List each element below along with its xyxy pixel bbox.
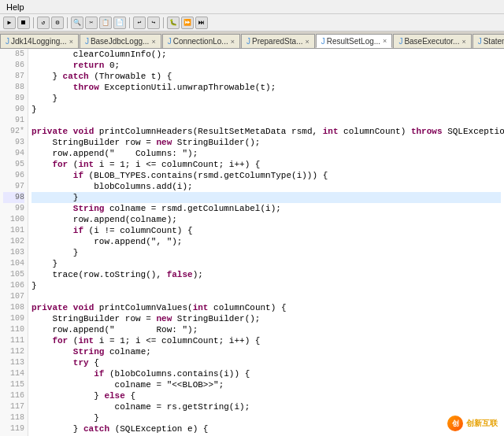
tab-resultsetlog[interactable]: J ResultSetLog... ×: [316, 34, 393, 48]
toolbar-btn-1[interactable]: ▶: [3, 17, 16, 29]
line-num-107: 107: [3, 291, 24, 302]
toolbar-btn-4[interactable]: ⚙: [51, 17, 64, 29]
line-num-96: 96: [3, 170, 24, 181]
toolbar-btn-9[interactable]: ↩: [133, 17, 146, 29]
code-line-110: row.append(" Row: ");: [32, 324, 501, 335]
code-line-90: }: [32, 104, 501, 115]
line-num-88: 88: [3, 82, 24, 93]
line-num-109: 109: [3, 313, 24, 324]
line-num-87: 87: [3, 71, 24, 82]
line-num-90: 90: [3, 104, 24, 115]
code-line-104: }: [32, 258, 501, 269]
code-line-114: if (blobColumns.contains(i)) {: [32, 368, 501, 379]
line-num-118: 118: [3, 412, 24, 423]
line-num-115: 115: [3, 379, 24, 390]
line-num-100: 100: [3, 214, 24, 225]
line-num-97: 97: [3, 181, 24, 192]
line-num-113: 113: [3, 357, 24, 368]
code-line-95: for (int i = 1; i <= columnCount; i++) {: [32, 159, 501, 170]
toolbar-btn-8[interactable]: 📄: [113, 17, 126, 29]
watermark-logo: 创: [447, 416, 463, 431]
watermark: 创 创新互联: [447, 416, 498, 431]
toolbar-btn-3[interactable]: ↺: [37, 17, 50, 29]
code-line-91: [32, 115, 501, 126]
code-line-107: [32, 291, 501, 302]
tabs-bar: J Jdk14Logging... × J BaseJdbcLogg... × …: [0, 31, 504, 49]
line-num-117: 117: [3, 401, 24, 412]
line-num-103: 103: [3, 247, 24, 258]
code-line-117: colname = rs.getString(i);: [32, 401, 501, 412]
code-line-97: blobColumns.add(i);: [32, 181, 501, 192]
code-line-87: } catch (Throwable t) {: [32, 71, 501, 82]
tab-icon-resultset: J: [321, 37, 325, 46]
line-num-98: 98: [3, 192, 24, 203]
line-num-110: 110: [3, 324, 24, 335]
code-line-94: row.append(" Columns: ");: [32, 148, 501, 159]
code-line-103: }: [32, 247, 501, 258]
code-line-111: for (int i = 1; i <= columnCount; i++) {: [32, 335, 501, 346]
code-line-100: row.append(colname);: [32, 214, 501, 225]
code-line-115: colname = "<<BLOB>>";: [32, 379, 501, 390]
watermark-text: 创新互联: [466, 418, 498, 429]
tab-preparedsta[interactable]: J PreparedSta... ×: [241, 34, 315, 48]
toolbar-btn-5[interactable]: 🔍: [71, 17, 83, 29]
code-line-116: } else {: [32, 390, 501, 401]
code-line-106: }: [32, 280, 501, 291]
code-line-112: String colname;: [32, 346, 501, 357]
toolbar-btn-10[interactable]: ↪: [147, 17, 160, 29]
line-num-105: 105: [3, 269, 24, 280]
line-num-94: 94: [3, 148, 24, 159]
line-num-114: 114: [3, 368, 24, 379]
tab-connectionlo[interactable]: J ConnectionLo... ×: [162, 34, 240, 48]
line-num-95: 95: [3, 159, 24, 170]
line-num-111: 111: [3, 335, 24, 346]
line-num-108: 108: [3, 302, 24, 313]
code-line-102: row.append(", ");: [32, 236, 501, 247]
toolbar-btn-2[interactable]: ⏹: [17, 17, 30, 29]
line-num-86: 86: [3, 60, 24, 71]
menu-bar: Help: [0, 0, 504, 14]
toolbar-btn-7[interactable]: 📋: [99, 17, 112, 29]
tab-icon-baseexecutor: J: [398, 37, 402, 46]
code-line-113: try {: [32, 357, 501, 368]
line-num-112: 112: [3, 346, 24, 357]
code-line-93: StringBuilder row = new StringBuilder();: [32, 137, 501, 148]
tab-icon-connection: J: [168, 37, 172, 46]
toolbar: ▶ ⏹ ↺ ⚙ 🔍 ✂ 📋 📄 ↩ ↪ 🐛 ⏩ ⏭: [0, 14, 504, 31]
toolbar-btn-12[interactable]: ⏩: [181, 17, 194, 29]
line-num-104: 104: [3, 258, 24, 269]
code-line-108: private void printColumnValues(int colum…: [32, 302, 501, 313]
tab-icon-prepared: J: [246, 37, 250, 46]
code-line-92*: private void printColumnHeaders(ResultSe…: [32, 126, 501, 137]
line-num-116: 116: [3, 390, 24, 401]
code-line-109: StringBuilder row = new StringBuilder();: [32, 313, 501, 324]
line-num-106: 106: [3, 280, 24, 291]
line-num-119: 119: [3, 423, 24, 434]
code-line-105: trace(row.toString(), false);: [32, 269, 501, 280]
tab-statementlog[interactable]: J StatementLog... ×: [472, 34, 504, 48]
line-num-85: 85: [3, 49, 24, 60]
toolbar-btn-13[interactable]: ⏭: [195, 17, 208, 29]
code-line-99: String colname = rsmd.getColumnLabel(i);: [32, 203, 501, 214]
line-num-91: 91: [3, 115, 24, 126]
code-line-119: } catch (SQLException e) {: [32, 423, 501, 434]
code-line-98: }: [32, 192, 501, 203]
tab-jdk14logging[interactable]: J Jdk14Logging... ×: [0, 34, 79, 48]
line-num-101: 101: [3, 225, 24, 236]
line-num-99: 99: [3, 203, 24, 214]
code-line-89: }: [32, 93, 501, 104]
toolbar-btn-11[interactable]: 🐛: [167, 17, 180, 29]
code-line-101: if (i != columnCount) {: [32, 225, 501, 236]
help-menu[interactable]: Help: [3, 2, 28, 12]
code-line-88: throw ExceptionUtil.unwrapThrowable(t);: [32, 82, 501, 93]
tab-basejdbclogg[interactable]: J BaseJdbcLogg... ×: [80, 34, 161, 48]
code-content[interactable]: clearColumnInfo(); return 0; } catch (Th…: [28, 49, 504, 436]
line-num-89: 89: [3, 93, 24, 104]
line-numbers: 8586878889909192*93949596979899100101102…: [0, 49, 28, 436]
code-line-86: return 0;: [32, 60, 501, 71]
tab-baseexecutor[interactable]: J BaseExecutor... ×: [393, 34, 471, 48]
code-area: 8586878889909192*93949596979899100101102…: [0, 49, 504, 436]
code-line-85: clearColumnInfo();: [32, 49, 501, 60]
toolbar-btn-6[interactable]: ✂: [85, 17, 98, 29]
code-line-96: if (BLOB_TYPES.contains(rsmd.getColumnTy…: [32, 170, 501, 181]
